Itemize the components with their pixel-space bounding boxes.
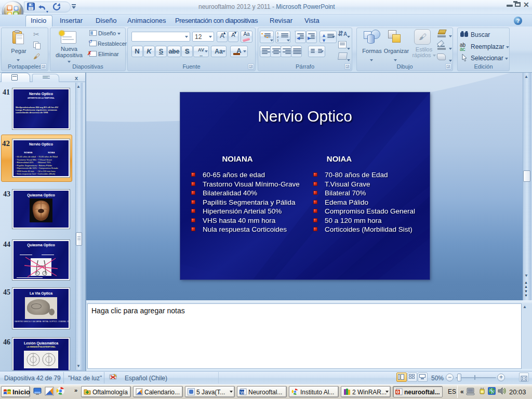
- svg-text:W: W: [241, 390, 245, 395]
